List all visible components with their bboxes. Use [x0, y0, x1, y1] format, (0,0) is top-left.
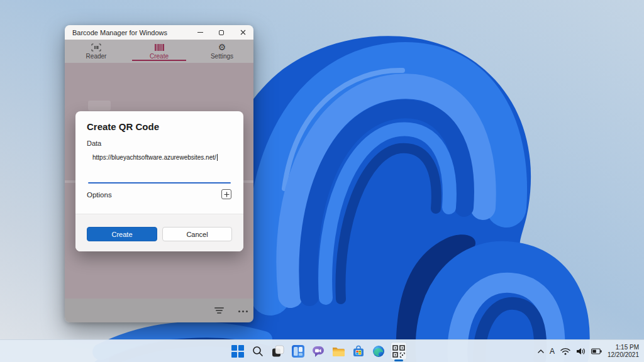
gear-icon: ⚙	[218, 43, 226, 52]
barcode-manager-taskbar-button[interactable]	[389, 340, 409, 362]
dialog-title: Create QR Code	[87, 121, 159, 132]
list-lines-icon[interactable]	[214, 307, 224, 314]
volume-icon[interactable]	[576, 348, 586, 355]
active-app-indicator	[394, 359, 403, 361]
chat-icon	[312, 345, 325, 358]
store-icon	[352, 345, 365, 358]
dimmed-background-control	[88, 101, 111, 111]
window-controls	[189, 25, 253, 40]
tab-settings[interactable]: ⚙ Settings	[191, 40, 253, 63]
close-button[interactable]	[232, 25, 253, 40]
data-input[interactable]: https://blueyachtsoftware.azurewebsites.…	[88, 149, 231, 182]
taskbar-clock[interactable]: 1:15 PM 12/20/2021	[608, 344, 639, 359]
text-caret	[217, 154, 218, 161]
search-icon	[252, 346, 264, 357]
tab-reader[interactable]: Reader	[65, 40, 128, 63]
close-icon	[240, 30, 246, 35]
tab-settings-label: Settings	[211, 53, 233, 60]
tab-reader-label: Reader	[86, 53, 107, 60]
titlebar[interactable]: Barcode Manager for Windows	[65, 25, 253, 40]
data-input-value: https://blueyachtsoftware.azurewebsites.…	[92, 154, 218, 161]
start-button[interactable]	[228, 340, 248, 362]
options-expand-button[interactable]	[221, 189, 231, 199]
edge-icon	[372, 345, 385, 358]
windows-logo-icon	[231, 345, 244, 358]
taskbar-icons	[228, 340, 409, 362]
maximize-button[interactable]	[211, 25, 232, 40]
create-button[interactable]: Create	[87, 227, 157, 241]
chevron-up-icon[interactable]	[538, 349, 544, 353]
tab-create-label: Create	[150, 53, 169, 60]
dialog-footer: Create Cancel	[75, 214, 243, 251]
battery-icon[interactable]	[591, 348, 602, 354]
file-explorer-button[interactable]	[328, 340, 348, 362]
clock-time: 1:15 PM	[608, 344, 639, 351]
data-field-label: Data	[87, 140, 101, 147]
edge-button[interactable]	[369, 340, 389, 362]
desktop: Barcode Manager for Windows Reader	[0, 0, 644, 362]
file-explorer-icon	[332, 346, 345, 358]
task-view-button[interactable]	[268, 340, 288, 362]
chat-button[interactable]	[308, 340, 328, 362]
app-bottom-bar	[65, 299, 253, 322]
language-indicator[interactable]: A	[550, 347, 555, 356]
widgets-icon	[292, 345, 304, 358]
store-button[interactable]	[348, 340, 369, 362]
system-tray: A 1:15 PM 12/20/2021	[538, 340, 639, 362]
selected-tab-indicator	[132, 60, 186, 61]
minimize-icon	[197, 32, 203, 33]
create-qr-dialog: Create QR Code Data https://blueyachtsof…	[75, 111, 243, 251]
window-title: Barcode Manager for Windows	[72, 29, 189, 36]
qr-code-icon	[392, 345, 405, 358]
app-content-dimmed: Create QR Code Data https://blueyachtsof…	[65, 63, 253, 299]
input-focus-underline	[88, 182, 231, 184]
search-button[interactable]	[248, 340, 268, 362]
clock-date: 12/20/2021	[608, 351, 639, 359]
maximize-icon	[219, 30, 224, 35]
wifi-icon[interactable]	[560, 348, 570, 355]
taskbar: A 1:15 PM 12/20/2021	[0, 339, 644, 362]
cancel-button[interactable]: Cancel	[162, 227, 232, 241]
more-ellipsis-icon[interactable]	[238, 310, 248, 312]
options-label: Options	[87, 191, 112, 199]
barcode-scan-icon	[91, 43, 101, 52]
widgets-button[interactable]	[288, 340, 308, 362]
plus-icon	[224, 192, 230, 197]
barcode-icon	[155, 43, 164, 52]
task-view-icon	[272, 345, 284, 358]
app-window: Barcode Manager for Windows Reader	[65, 25, 253, 322]
minimize-button[interactable]	[189, 25, 211, 40]
tab-bar: Reader Create ⚙ Settings	[65, 40, 253, 63]
